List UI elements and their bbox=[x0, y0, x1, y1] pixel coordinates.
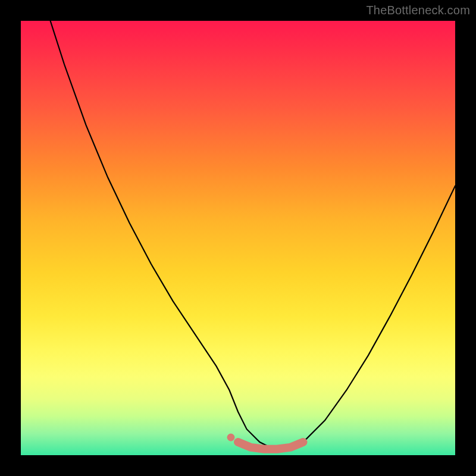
optimal-zone-lead-dot bbox=[227, 434, 234, 441]
chart-frame: TheBottleneck.com bbox=[0, 0, 476, 476]
plot-area bbox=[21, 21, 455, 455]
curve-layer bbox=[21, 21, 455, 455]
bottleneck-curve bbox=[51, 21, 455, 451]
optimal-zone-dots bbox=[227, 434, 303, 449]
optimal-zone-stroke bbox=[238, 442, 303, 449]
watermark-text: TheBottleneck.com bbox=[366, 4, 470, 17]
